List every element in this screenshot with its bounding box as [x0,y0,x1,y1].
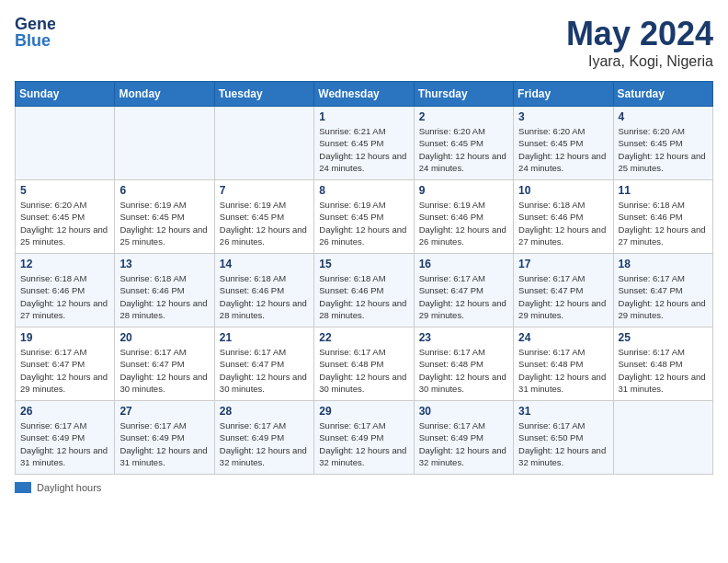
day-info: Sunrise: 6:17 AMSunset: 6:49 PMDaylight:… [119,419,209,468]
day-number: 19 [20,331,109,344]
svg-text:General: General [15,15,55,33]
calendar-day-cell: 25Sunrise: 6:17 AMSunset: 6:48 PMDayligh… [613,327,712,401]
day-info: Sunrise: 6:17 AMSunset: 6:47 PMDaylight:… [20,346,109,395]
day-info: Sunrise: 6:17 AMSunset: 6:50 PMDaylight:… [518,419,608,468]
day-number: 22 [319,331,408,344]
footer-label: Daylight hours [37,482,101,493]
svg-text:Blue: Blue [15,31,51,50]
weekday-header-monday: Monday [115,82,214,107]
day-number: 7 [220,184,309,197]
day-info: Sunrise: 6:17 AMSunset: 6:48 PMDaylight:… [419,346,508,395]
day-info: Sunrise: 6:17 AMSunset: 6:49 PMDaylight:… [220,419,309,468]
calendar-day-cell: 10Sunrise: 6:18 AMSunset: 6:46 PMDayligh… [514,180,613,254]
day-info: Sunrise: 6:17 AMSunset: 6:47 PMDaylight:… [119,346,209,395]
day-number: 10 [518,184,608,197]
logo-icon: General Blue [15,11,55,52]
calendar-day-cell: 17Sunrise: 6:17 AMSunset: 6:47 PMDayligh… [514,254,613,327]
calendar-week-row: 26Sunrise: 6:17 AMSunset: 6:49 PMDayligh… [16,401,713,475]
day-number: 17 [518,258,608,270]
calendar-day-cell: 26Sunrise: 6:17 AMSunset: 6:49 PMDayligh… [16,401,115,475]
day-number: 18 [619,258,708,270]
calendar-day-cell: 11Sunrise: 6:18 AMSunset: 6:46 PMDayligh… [613,180,712,254]
calendar-table: SundayMondayTuesdayWednesdayThursdayFrid… [15,81,713,475]
weekday-header-friday: Friday [514,82,613,107]
day-info: Sunrise: 6:18 AMSunset: 6:46 PMDaylight:… [20,272,109,321]
day-number: 30 [419,405,508,418]
calendar-day-cell [613,401,712,475]
calendar-day-cell: 7Sunrise: 6:19 AMSunset: 6:45 PMDaylight… [214,180,313,254]
day-number: 27 [119,405,209,418]
footer: Daylight hours [15,482,713,493]
day-number: 9 [419,184,508,197]
day-info: Sunrise: 6:18 AMSunset: 6:46 PMDaylight:… [119,272,209,321]
daylight-swatch [15,482,31,493]
day-number: 5 [20,184,109,197]
weekday-header-tuesday: Tuesday [214,82,313,107]
day-info: Sunrise: 6:18 AMSunset: 6:46 PMDaylight:… [220,272,309,321]
calendar-day-cell: 20Sunrise: 6:17 AMSunset: 6:47 PMDayligh… [115,327,214,401]
day-info: Sunrise: 6:20 AMSunset: 6:45 PMDaylight:… [619,125,708,174]
calendar-week-row: 1Sunrise: 6:21 AMSunset: 6:45 PMDaylight… [16,107,713,180]
calendar-week-row: 12Sunrise: 6:18 AMSunset: 6:46 PMDayligh… [16,254,713,327]
calendar-day-cell: 22Sunrise: 6:17 AMSunset: 6:48 PMDayligh… [314,327,414,401]
day-number: 16 [419,258,508,270]
day-info: Sunrise: 6:18 AMSunset: 6:46 PMDaylight:… [619,199,708,247]
day-number: 11 [619,184,708,197]
day-info: Sunrise: 6:19 AMSunset: 6:45 PMDaylight:… [119,199,209,247]
day-info: Sunrise: 6:19 AMSunset: 6:46 PMDaylight:… [419,199,508,247]
day-number: 23 [419,331,508,344]
day-info: Sunrise: 6:17 AMSunset: 6:48 PMDaylight:… [619,346,708,395]
calendar-day-cell: 23Sunrise: 6:17 AMSunset: 6:48 PMDayligh… [414,327,513,401]
weekday-header-thursday: Thursday [414,82,513,107]
calendar-day-cell: 6Sunrise: 6:19 AMSunset: 6:45 PMDaylight… [115,180,214,254]
calendar-day-cell: 29Sunrise: 6:17 AMSunset: 6:49 PMDayligh… [314,401,414,475]
calendar-day-cell: 15Sunrise: 6:18 AMSunset: 6:46 PMDayligh… [314,254,414,327]
weekday-header-sunday: Sunday [16,82,115,107]
day-info: Sunrise: 6:20 AMSunset: 6:45 PMDaylight:… [518,125,608,174]
day-number: 20 [119,331,209,344]
day-info: Sunrise: 6:18 AMSunset: 6:46 PMDaylight:… [518,199,608,247]
day-number: 28 [220,405,309,418]
day-number: 24 [518,331,608,344]
page-header: General Blue May 2024 Iyara, Kogi, Niger… [15,15,713,70]
day-number: 8 [319,184,408,197]
day-number: 6 [119,184,209,197]
calendar-day-cell: 12Sunrise: 6:18 AMSunset: 6:46 PMDayligh… [16,254,115,327]
title-block: May 2024 Iyara, Kogi, Nigeria [566,15,713,70]
calendar-day-cell: 14Sunrise: 6:18 AMSunset: 6:46 PMDayligh… [214,254,313,327]
day-info: Sunrise: 6:17 AMSunset: 6:48 PMDaylight:… [518,346,608,395]
day-info: Sunrise: 6:17 AMSunset: 6:49 PMDaylight:… [319,419,408,468]
calendar-day-cell: 21Sunrise: 6:17 AMSunset: 6:47 PMDayligh… [214,327,313,401]
day-info: Sunrise: 6:18 AMSunset: 6:46 PMDaylight:… [319,272,408,321]
calendar-day-cell: 18Sunrise: 6:17 AMSunset: 6:47 PMDayligh… [613,254,712,327]
day-number: 1 [319,110,408,123]
day-number: 4 [619,110,708,123]
weekday-header-saturday: Saturday [613,82,712,107]
day-number: 29 [319,405,408,418]
day-number: 13 [119,258,209,270]
day-number: 3 [518,110,608,123]
day-info: Sunrise: 6:17 AMSunset: 6:48 PMDaylight:… [319,346,408,395]
calendar-day-cell [214,107,313,180]
calendar-day-cell: 13Sunrise: 6:18 AMSunset: 6:46 PMDayligh… [115,254,214,327]
day-info: Sunrise: 6:17 AMSunset: 6:49 PMDaylight:… [20,419,109,468]
calendar-day-cell: 1Sunrise: 6:21 AMSunset: 6:45 PMDaylight… [314,107,414,180]
day-number: 15 [319,258,408,270]
calendar-day-cell [16,107,115,180]
day-info: Sunrise: 6:20 AMSunset: 6:45 PMDaylight:… [419,125,508,174]
day-number: 2 [419,110,508,123]
calendar-day-cell: 3Sunrise: 6:20 AMSunset: 6:45 PMDaylight… [514,107,613,180]
calendar-day-cell: 19Sunrise: 6:17 AMSunset: 6:47 PMDayligh… [16,327,115,401]
day-info: Sunrise: 6:20 AMSunset: 6:45 PMDaylight:… [20,199,109,247]
calendar-day-cell: 8Sunrise: 6:19 AMSunset: 6:45 PMDaylight… [314,180,414,254]
calendar-day-cell: 9Sunrise: 6:19 AMSunset: 6:46 PMDaylight… [414,180,513,254]
day-info: Sunrise: 6:17 AMSunset: 6:47 PMDaylight:… [619,272,708,321]
calendar-day-cell: 30Sunrise: 6:17 AMSunset: 6:49 PMDayligh… [414,401,513,475]
day-number: 14 [220,258,309,270]
day-info: Sunrise: 6:17 AMSunset: 6:47 PMDaylight:… [518,272,608,321]
weekday-header-wednesday: Wednesday [314,82,414,107]
calendar-day-cell: 27Sunrise: 6:17 AMSunset: 6:49 PMDayligh… [115,401,214,475]
day-number: 26 [20,405,109,418]
day-number: 21 [220,331,309,344]
calendar-day-cell: 4Sunrise: 6:20 AMSunset: 6:45 PMDaylight… [613,107,712,180]
